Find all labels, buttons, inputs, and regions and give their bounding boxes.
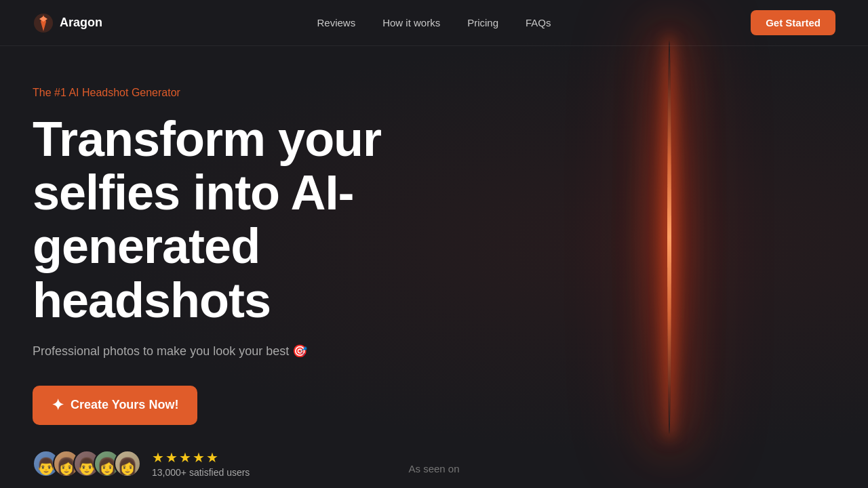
logo-area: Aragon [33, 12, 102, 34]
hero-subtitle: The #1 AI Headshot Generator [33, 87, 420, 99]
nav-links: Reviews How it works Pricing FAQs [317, 17, 551, 28]
nav-pricing[interactable]: Pricing [467, 17, 498, 28]
navbar: Aragon Reviews How it works Pricing FAQs… [0, 0, 868, 46]
star-rating: ★ ★ ★ ★ ★ [152, 449, 250, 466]
hero-description: Professional photos to make you look you… [33, 344, 420, 359]
as-seen-on: As seen on [408, 463, 459, 474]
nav-how-it-works[interactable]: How it works [382, 17, 440, 28]
star-4: ★ [193, 449, 205, 466]
hero-title: Transform your selfies into AI- generate… [33, 113, 420, 327]
logo-icon [33, 12, 54, 34]
avatar [114, 450, 141, 477]
get-started-button[interactable]: Get Started [751, 10, 835, 35]
avatar-group [33, 450, 141, 477]
star-2: ★ [165, 449, 178, 466]
nav-reviews[interactable]: Reviews [317, 17, 355, 28]
logo-text: Aragon [60, 16, 102, 30]
create-now-button[interactable]: ✦ Create Yours Now! [33, 386, 197, 425]
nav-faqs[interactable]: FAQs [526, 17, 551, 28]
star-1: ★ [152, 449, 164, 466]
light-beam-glow [624, 54, 705, 407]
star-3: ★ [179, 449, 191, 466]
hero-section: The #1 AI Headshot Generator Transform y… [0, 46, 420, 478]
rating-text: 13,000+ satisfied users [152, 467, 250, 478]
star-5: ★ [206, 449, 218, 466]
social-proof: ★ ★ ★ ★ ★ 13,000+ satisfied users [33, 449, 420, 478]
sparkle-icon: ✦ [52, 396, 64, 414]
rating-info: ★ ★ ★ ★ ★ 13,000+ satisfied users [152, 449, 250, 478]
light-beam [667, 41, 671, 434]
